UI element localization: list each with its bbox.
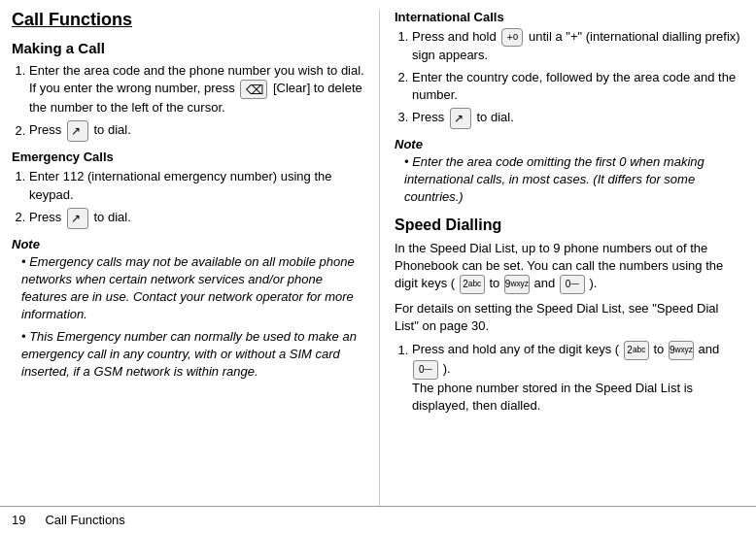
making-call-step-2-text: Press xyxy=(29,123,65,138)
send-key-icon-3 xyxy=(450,108,471,129)
intl-step-1-pre: Press and hold xyxy=(412,29,499,44)
emergency-step-2: Press to dial. xyxy=(29,208,364,229)
footer-page-number: 19 xyxy=(12,513,25,527)
section-international-calls-title: International Calls xyxy=(395,10,744,24)
speed-dial-step-1-close: ).The phone number stored in the Speed D… xyxy=(412,362,693,414)
intl-note-title: Note xyxy=(395,137,744,151)
digit-key-9wxyz: 9wxyz xyxy=(504,275,530,294)
emergency-note-2: This Emergency number can normally be us… xyxy=(21,328,364,382)
speed-dial-step-1-pre: Press and hold any of the digit keys ( xyxy=(412,343,619,357)
speed-dial-intro1: In the Speed Dial List, up to 9 phone nu… xyxy=(395,240,744,294)
making-call-step-1-sub: If you enter the wrong number, press xyxy=(29,82,238,96)
right-column: International Calls Press and hold +0 un… xyxy=(379,10,756,506)
emergency-calls-steps: Enter 112 (international emergency numbe… xyxy=(29,168,364,228)
international-calls-steps: Press and hold +0 until a "+" (internati… xyxy=(412,28,744,129)
making-call-step-2: Press to dial. xyxy=(29,120,364,142)
emergency-step-1-text: Enter 112 (international emergency numbe… xyxy=(29,169,331,201)
speed-dial-step-1: Press and hold any of the digit keys ( 2… xyxy=(412,341,744,415)
emergency-step-2-text: Press xyxy=(29,210,65,224)
emergency-step-1: Enter 112 (international emergency numbe… xyxy=(29,168,364,203)
left-column: Call Functions Making a Call Enter the a… xyxy=(0,10,379,506)
page: Call Functions Making a Call Enter the a… xyxy=(0,0,756,533)
digit-key-9wxyz-2: 9wxyz xyxy=(669,341,694,360)
intl-step-1: Press and hold +0 until a "+" (internati… xyxy=(412,28,744,65)
making-call-step-1-text: Enter the area code and the phone number… xyxy=(29,63,364,78)
emergency-note-title: Note xyxy=(12,237,364,251)
digit-key-2abc-2: 2abc xyxy=(624,341,649,360)
footer-label: Call Functions xyxy=(45,513,124,527)
emergency-note-1: Emergency calls may not be available on … xyxy=(21,253,364,324)
digit-key-0: 0— xyxy=(560,275,585,294)
intl-note-1: Enter the area code omitting the first 0… xyxy=(404,153,744,207)
section-speed-dialling-title: Speed Dialling xyxy=(395,217,744,234)
emergency-step-2-text2: to dial. xyxy=(93,210,130,224)
send-key-icon xyxy=(67,120,88,142)
digit-key-0-2: 0— xyxy=(413,360,438,380)
section-making-a-call-title: Making a Call xyxy=(12,40,364,56)
send-key-icon-2 xyxy=(67,208,88,229)
page-title: Call Functions xyxy=(12,10,364,30)
making-a-call-steps: Enter the area code and the phone number… xyxy=(29,62,364,142)
speed-dial-intro1-close: ). xyxy=(589,276,597,290)
content-area: Call Functions Making a Call Enter the a… xyxy=(0,0,756,506)
making-call-step-2-text2: to dial. xyxy=(93,123,130,138)
speed-dial-intro2: For details on setting the Speed Dial Li… xyxy=(395,300,744,335)
speed-dial-step-1-and: and xyxy=(699,343,720,357)
intl-step-3-text: Press xyxy=(412,110,448,124)
speed-dial-intro1-and: and xyxy=(533,276,558,290)
speed-dial-intro1-to: to xyxy=(489,276,502,290)
making-call-step-1: Enter the area code and the phone number… xyxy=(29,62,364,117)
clear-key-icon xyxy=(240,80,267,99)
digit-key-2abc: 2abc xyxy=(460,275,485,294)
speed-dial-step-1-to: to xyxy=(653,343,667,357)
intl-step-3-text2: to dial. xyxy=(476,110,513,124)
intl-step-2-text: Enter the country code, followed by the … xyxy=(412,70,736,102)
footer: 19 Call Functions xyxy=(0,506,756,533)
intl-step-3: Press to dial. xyxy=(412,108,744,129)
intl-step-2: Enter the country code, followed by the … xyxy=(412,69,744,104)
plus-zero-key-icon: +0 xyxy=(501,28,523,47)
speed-dial-steps: Press and hold any of the digit keys ( 2… xyxy=(412,341,744,415)
section-emergency-calls-title: Emergency Calls xyxy=(12,150,364,164)
